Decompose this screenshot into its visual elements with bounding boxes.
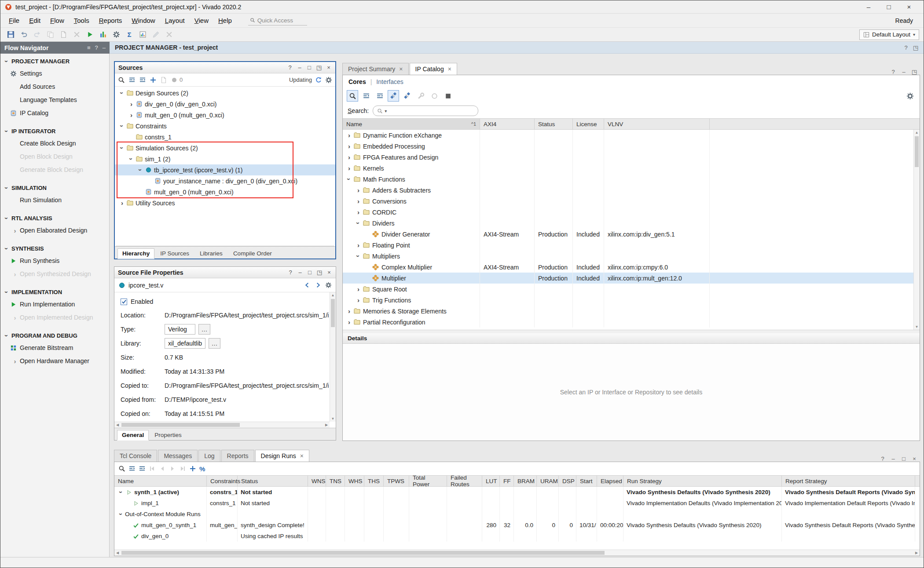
stop-icon[interactable]	[442, 90, 454, 102]
edit-button[interactable]	[150, 29, 161, 40]
column-dsp[interactable]: DSP	[559, 476, 576, 486]
flownav-item-open-synthesized-design[interactable]: ›Open Synthesized Design	[0, 267, 109, 280]
catalog-item-embedded-processing[interactable]: ›Embedded Processing	[343, 141, 920, 152]
scrollbar-thumb[interactable]	[121, 423, 240, 427]
column-tns[interactable]: TNS	[326, 476, 345, 486]
column-license[interactable]: License	[573, 119, 604, 129]
expander-icon[interactable]: ›	[345, 154, 353, 160]
menu-help[interactable]: Help	[213, 15, 237, 26]
delete-button[interactable]	[71, 29, 82, 40]
scrollbar-thumb[interactable]	[331, 299, 335, 327]
group-by-hierarchy-icon[interactable]	[388, 90, 399, 102]
source-item-constrs-1[interactable]: ›constrs_1	[115, 131, 335, 142]
flownav-item-language-templates[interactable]: Language Templates	[0, 93, 109, 106]
column-wns[interactable]: WNS	[308, 476, 326, 486]
create-run-icon[interactable]	[189, 465, 196, 472]
menu-icon[interactable]: ≡	[87, 44, 91, 51]
details-header[interactable]: Details	[343, 333, 920, 344]
expander-icon[interactable]: ›	[355, 242, 362, 248]
menu-tools[interactable]: Tools	[69, 15, 94, 26]
tab-reports[interactable]: Reports	[221, 450, 254, 462]
tab-libraries[interactable]: Libraries	[195, 248, 227, 259]
flownav-item-add-sources[interactable]: Add Sources	[0, 80, 109, 93]
maximize-icon[interactable]: □	[306, 64, 312, 71]
flownav-section-simulation[interactable]: ›SIMULATION	[0, 182, 109, 193]
expander-icon[interactable]: ›	[355, 219, 362, 227]
step-back-icon[interactable]	[159, 465, 166, 472]
save-button[interactable]	[5, 29, 16, 40]
maximize-icon[interactable]: □	[901, 455, 907, 462]
tab-general[interactable]: General	[117, 430, 149, 441]
catalog-item-dynamic-function-exchange[interactable]: ›Dynamic Function eXchange	[343, 130, 920, 141]
source-item-your-instance-name-div-gen-0-div-gen-0-xci[interactable]: ›your_instance_name : div_gen_0 (div_gen…	[115, 175, 335, 186]
expander-icon[interactable]: ›	[137, 166, 144, 174]
step-last-icon[interactable]	[179, 465, 186, 472]
catalog-search-input[interactable]: ▾	[373, 106, 478, 116]
splitter[interactable]	[343, 330, 920, 333]
horizontal-scrollbar[interactable]: ◀ ▶	[114, 550, 920, 556]
maximize-icon[interactable]: □	[879, 1, 899, 13]
flownav-item-run-simulation[interactable]: Run Simulation	[0, 193, 109, 207]
expander-icon[interactable]: ›	[346, 175, 352, 183]
column-axi4[interactable]: AXI4	[480, 119, 535, 129]
gear-icon[interactable]	[325, 76, 332, 84]
flownav-item-settings[interactable]: Settings	[0, 67, 109, 80]
scrollbar-thumb[interactable]	[915, 136, 919, 167]
view-cores[interactable]: Cores	[348, 78, 366, 85]
scroll-left-icon[interactable]: ◀	[114, 550, 121, 556]
column-run-strategy[interactable]: Run Strategy	[623, 476, 782, 486]
browse-button[interactable]: …	[209, 338, 220, 349]
tab-ip-catalog[interactable]: IP Catalog×	[410, 63, 457, 75]
expander-icon[interactable]: ›	[118, 510, 125, 518]
column-vlnv[interactable]: VLNV	[604, 119, 710, 129]
scroll-down-icon[interactable]: ▼	[914, 324, 920, 330]
source-item-tb-ipcore-test-ipcore-test-v-1[interactable]: ›tb_ipcore_test (ipcore_test.v) (1)	[115, 164, 335, 175]
flownav-item-open-implemented-design[interactable]: ›Open Implemented Design	[0, 311, 109, 324]
flownav-section-rtl-analysis[interactable]: ›RTL ANALYSIS	[0, 212, 109, 224]
tab-project-summary[interactable]: Project Summary×	[342, 63, 409, 75]
chevron-right-icon[interactable]: ›	[10, 227, 20, 234]
flownav-item-open-block-design[interactable]: Open Block Design	[0, 150, 109, 163]
column-bram[interactable]: BRAM	[514, 476, 537, 486]
close-icon[interactable]: ×	[448, 66, 451, 73]
design-run-impl-1[interactable]: ›impl_1constrs_1Not startedVivado Implem…	[114, 498, 920, 509]
scroll-down-icon[interactable]: ▼	[330, 416, 336, 422]
expand-all-icon[interactable]	[139, 465, 146, 472]
undo-button[interactable]	[18, 29, 29, 40]
browse-button[interactable]: …	[198, 324, 210, 335]
scroll-up-icon[interactable]: ▲	[914, 130, 920, 135]
column-uram[interactable]: URAM	[537, 476, 559, 486]
expander-icon[interactable]: ›	[355, 252, 362, 260]
expander-icon[interactable]: ›	[345, 165, 353, 171]
help-icon[interactable]: ?	[287, 269, 293, 276]
expander-icon[interactable]: ›	[128, 112, 135, 118]
minimize-icon[interactable]: –	[297, 269, 303, 276]
design-run-div-gen-0[interactable]: ›div_gen_0Using cached IP results	[114, 531, 920, 542]
tab-log[interactable]: Log	[198, 450, 220, 462]
column-ths[interactable]: THS	[364, 476, 384, 486]
run-button[interactable]	[84, 29, 95, 40]
back-arrow-icon[interactable]	[304, 282, 311, 288]
minimize-icon[interactable]: –	[297, 64, 303, 71]
vertical-scrollbar[interactable]: ▲ ▼	[913, 130, 920, 330]
expander-icon[interactable]: ›	[128, 155, 135, 163]
tab-hierarchy[interactable]: Hierarchy	[117, 248, 154, 259]
column-lut[interactable]: LUT	[482, 476, 500, 486]
catalog-item-partial-reconfiguration[interactable]: ›Partial Reconfiguration	[343, 317, 920, 328]
redo-button[interactable]	[31, 29, 43, 40]
add-sources-icon[interactable]	[150, 76, 157, 84]
catalog-item-fpga-features-and-design[interactable]: ›FPGA Features and Design	[343, 152, 920, 163]
report-button[interactable]	[137, 29, 148, 40]
column-status[interactable]: Status	[238, 476, 308, 486]
catalog-item-math-functions[interactable]: ›Math Functions	[343, 174, 920, 185]
minimize-icon[interactable]: –	[103, 44, 106, 51]
column-failed-routes[interactable]: Failed Routes	[447, 476, 482, 486]
horizontal-scrollbar[interactable]: ◀ ▶	[114, 422, 330, 428]
column-name[interactable]: Name^1	[343, 119, 480, 129]
catalog-item-kernels[interactable]: ›Kernels	[343, 163, 920, 174]
source-item-mult-gen-0-mult-gen-0-xci[interactable]: ›mult_gen_0 (mult_gen_0.xci)	[115, 109, 335, 120]
sum-button[interactable]: Σ	[124, 29, 135, 40]
flownav-item-generate-block-design[interactable]: Generate Block Design	[0, 163, 109, 176]
column-status[interactable]: Status	[535, 119, 573, 129]
copy-button[interactable]	[44, 29, 56, 40]
